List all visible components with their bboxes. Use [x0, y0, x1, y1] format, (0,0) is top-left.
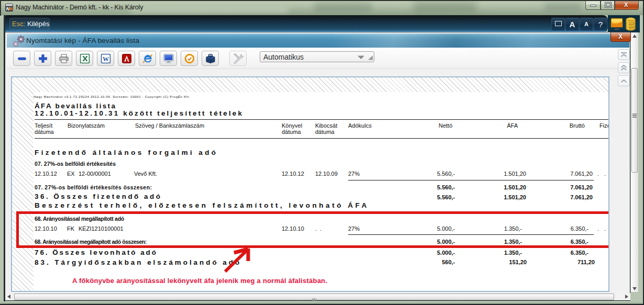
svg-text:W: W [103, 55, 109, 62]
